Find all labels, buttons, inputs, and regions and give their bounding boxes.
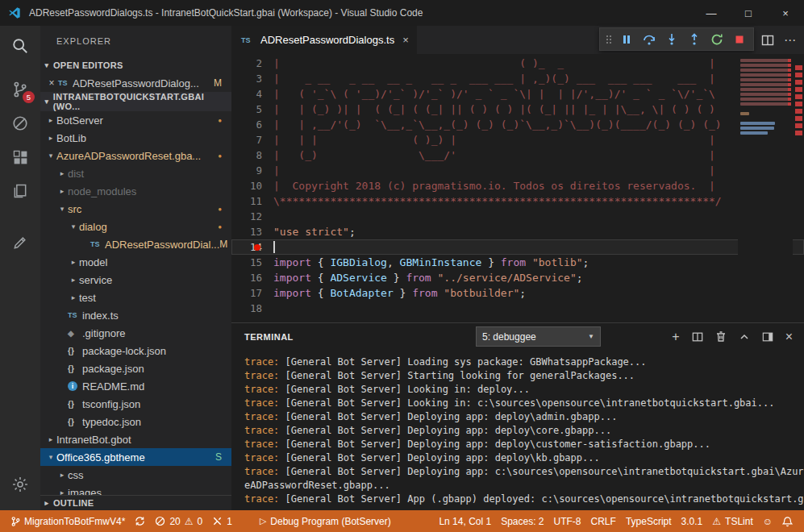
more-actions-icon[interactable]: ⋯ [784, 33, 796, 48]
tree-item-package-lock-json[interactable]: {}package-lock.json [40, 342, 231, 360]
problems-status[interactable]: 20 ⚠ 0 [150, 510, 207, 532]
new-terminal-icon[interactable]: + [672, 330, 679, 343]
tree-item-src[interactable]: ▾src● [40, 200, 231, 218]
source-control-icon[interactable]: 5 [0, 73, 40, 106]
status-item-typescript[interactable]: TypeScript [621, 510, 677, 532]
notifications-bell-icon[interactable] [777, 510, 798, 532]
move-panel-icon[interactable] [762, 331, 773, 343]
tree-item-service[interactable]: ▸service [40, 271, 231, 289]
code-line-4[interactable]: 4| ( '_`\ ( '__)/'_` )/'_` )/' _ ` _ `\|… [231, 86, 804, 102]
search-icon[interactable] [0, 29, 40, 63]
code-line-6[interactable]: 6| | ,__/'(_) `\__,_`\__,_(_) (_) (_)`\_… [231, 117, 804, 132]
tree-item-dialog[interactable]: ▾dialog● [40, 218, 231, 235]
tree-item-dist[interactable]: ▸dist [40, 164, 231, 182]
code-line-14[interactable]: 14 [231, 239, 804, 255]
play-icon: ▷ [260, 516, 266, 526]
code-line-2[interactable]: 2| ( )_ _ | [231, 56, 804, 71]
code-line-18[interactable]: 18 [231, 301, 804, 316]
code-line-11[interactable]: 11\*************************************… [231, 193, 804, 209]
chevron-collapsed-icon: ▸ [56, 187, 68, 195]
code-line-8[interactable]: 8| (_) \___/' | [231, 148, 804, 163]
debug-icon[interactable] [0, 106, 40, 140]
close-icon[interactable]: × [402, 34, 409, 46]
minimize-button[interactable]: — [693, 0, 730, 26]
tree-item-botserver[interactable]: ▸BotServer● [40, 111, 231, 129]
files-icon[interactable] [0, 174, 40, 208]
step-over-button[interactable] [639, 29, 659, 49]
edit-icon[interactable] [0, 226, 40, 260]
status-item-crlf[interactable]: CRLF [586, 510, 621, 532]
tree-item-css[interactable]: ▸css [40, 466, 231, 484]
code-line-3[interactable]: 3| _ __ _ __ __ _ __ _ ___ ___ | ,_)(_) … [231, 71, 804, 86]
step-out-button[interactable] [684, 29, 704, 49]
tree-item-intranetbot-gbot[interactable]: ▸IntranetBot.gbot [40, 430, 231, 448]
maximize-button[interactable]: □ [730, 0, 767, 26]
close-button[interactable]: × [767, 0, 804, 26]
minimap[interactable] [738, 54, 793, 322]
code-line-7[interactable]: 7| | | ( )_) | | [231, 132, 804, 148]
line-number: 7 [231, 132, 273, 148]
debug-status[interactable]: ▷ Debug Program (BotServer) [255, 510, 396, 532]
code-line-13[interactable]: 13"use strict"; [231, 224, 804, 239]
tab-adresetpassworddialogs[interactable]: TS ADResetPasswordDialogs.ts × [231, 26, 417, 54]
code-line-9[interactable]: 9| | [231, 163, 804, 178]
code-line-15[interactable]: 15import { IGBDialog, GBMinInstance } fr… [231, 255, 804, 270]
split-terminal-icon[interactable] [692, 331, 703, 343]
close-icon[interactable]: × [45, 77, 58, 89]
chevron-expanded-icon: ▾ [45, 453, 56, 461]
line-content: | | | ( )_) | | [273, 132, 804, 148]
tree-item-azureadpasswordreset-gba-[interactable]: ▾AzureADPasswordReset.gba...● [40, 147, 231, 164]
tree-item--gitignore[interactable]: ◆.gitignore [40, 324, 231, 342]
git-branch-status[interactable]: MigrationToBotFmwV4* [6, 510, 130, 532]
code-line-16[interactable]: 16import { ADService } from "../service/… [231, 270, 804, 285]
kill-terminal-icon[interactable] [715, 330, 727, 343]
extensions-icon[interactable] [0, 140, 40, 174]
code-line-12[interactable]: 12 [231, 209, 804, 224]
tree-item-botlib[interactable]: ▸BotLib [40, 129, 231, 147]
terminal-session-select[interactable]: 5: debuggee ▼ [476, 326, 601, 347]
settings-gear-icon[interactable] [0, 468, 40, 501]
tree-item-package-json[interactable]: {}package.json [40, 360, 231, 377]
split-editor-icon[interactable] [761, 34, 774, 47]
status-item-utf-8[interactable]: UTF-8 [549, 510, 586, 532]
pause-button[interactable] [616, 29, 636, 49]
tree-item-index-ts[interactable]: TSindex.ts [40, 306, 231, 324]
tree-item-readme-md[interactable]: iREADME.md [40, 377, 231, 395]
tree-item-images[interactable]: ▸images [40, 484, 231, 495]
code-line-5[interactable]: 5| | (_) )| | ( (_| ( (_| || ( ) ( ) |( … [231, 102, 804, 117]
terminal-output[interactable]: trace: [General Bot Server] Loading sys … [231, 350, 804, 510]
terminal-tab[interactable]: TERMINAL [244, 332, 294, 342]
maximize-panel-icon[interactable] [739, 331, 750, 343]
code-editor[interactable]: 2| ( )_ _ |3| _ __ _ __ __ _ __ _ ___ __… [231, 54, 804, 322]
step-into-button[interactable] [661, 29, 681, 49]
tree-item-tsconfig-json[interactable]: {}tsconfig.json [40, 395, 231, 413]
status-item-spaces-2[interactable]: Spaces: 2 [496, 510, 548, 532]
sync-button[interactable] [130, 510, 150, 532]
tree-item-model[interactable]: ▸model [40, 253, 231, 271]
restart-button[interactable] [706, 29, 727, 49]
overview-ruler[interactable] [793, 54, 804, 322]
outline-header[interactable]: ▸ OUTLINE [40, 495, 231, 510]
stop-button[interactable] [729, 29, 749, 49]
open-editor-item[interactable]: × TS ADResetPasswordDialog... M [40, 74, 231, 92]
code-line-17[interactable]: 17import { BotAdapter } from "botbuilder… [231, 285, 804, 301]
line-number: 4 [231, 86, 273, 102]
tree-item-test[interactable]: ▸test [40, 289, 231, 306]
status-item-tslint[interactable]: ⚠TSLint [707, 510, 757, 532]
tasks-status[interactable]: 1 [207, 510, 237, 532]
tree-item-node-modules[interactable]: ▸node_modules [40, 182, 231, 200]
tree-item-adresetpassworddial-[interactable]: TSADResetPasswordDial...M [40, 235, 231, 253]
feedback-smiley-icon[interactable]: ☺ [758, 510, 777, 532]
terminal-line: trace: [General Bot Server] Looking in: … [244, 397, 804, 410]
workspace-header[interactable]: ▾ INTRANETBOTQUICKSTART.GBAI (WO... [40, 92, 231, 111]
close-panel-icon[interactable]: × [785, 330, 793, 343]
code-line-10[interactable]: 10| Copyright 2018 (c) pragmatismo.io. T… [231, 178, 804, 193]
typescript-file-icon: TS [241, 36, 256, 44]
open-editors-header[interactable]: ▾ OPEN EDITORS [40, 56, 231, 74]
drag-grip-icon[interactable] [604, 29, 614, 49]
tree-item-office365-gbtheme[interactable]: ▾Office365.gbthemeS [40, 448, 231, 466]
status-item-ln-14-col-1[interactable]: Ln 14, Col 1 [434, 510, 496, 532]
breakpoint-icon[interactable] [254, 244, 260, 251]
tree-item-typedoc-json[interactable]: {}typedoc.json [40, 413, 231, 430]
status-item-3-0-1[interactable]: 3.0.1 [677, 510, 708, 532]
